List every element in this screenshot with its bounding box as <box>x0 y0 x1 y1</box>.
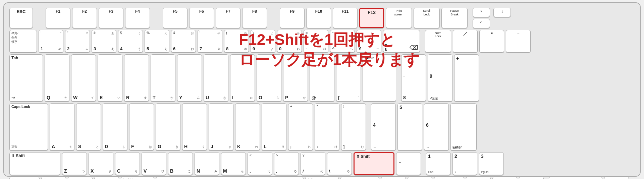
m-key[interactable]: Mも <box>221 152 246 175</box>
pause-break-key[interactable]: PauseBreak <box>441 8 468 28</box>
app-key[interactable]: ☰ <box>408 177 432 179</box>
up-arrow-key[interactable]: ↑ <box>396 152 421 175</box>
numpad-1[interactable]: 1 End <box>426 152 451 175</box>
numpad-5[interactable]: 5 <box>397 103 422 151</box>
f10-key[interactable]: F10 <box>306 8 331 28</box>
backspace-key[interactable]: Pk ⌫ <box>383 30 420 53</box>
f9-key[interactable]: F9 <box>280 8 305 28</box>
right-ctrl-key[interactable]: Ctrl <box>434 177 464 179</box>
muhenkan-key[interactable]: 無変換 <box>121 177 154 179</box>
f4-key[interactable]: F4 <box>125 8 150 28</box>
numpad-8[interactable]: 9 PgUp <box>428 54 452 102</box>
f12-key[interactable]: F12 <box>359 8 384 28</box>
slash-key[interactable]: ? /め <box>301 152 325 175</box>
o-key[interactable]: Oら <box>257 54 281 102</box>
8-key[interactable]: (ゆ 8ゆ <box>224 30 249 53</box>
s-key[interactable]: Sと <box>76 103 101 151</box>
semicolon-key[interactable]: + ;れ <box>288 103 313 151</box>
k-key[interactable]: Kの <box>235 103 260 151</box>
7-key[interactable]: 'や 7や <box>198 30 222 53</box>
y-key[interactable]: Yん <box>177 54 202 102</box>
6-key[interactable]: &お 6お <box>171 30 196 53</box>
henkan-key[interactable]: 変換 <box>305 177 339 179</box>
left-alt-key[interactable]: Alt <box>94 177 119 179</box>
p-key[interactable]: Pせ <box>283 54 308 102</box>
left-ctrl-key[interactable]: Ctrl <box>9 177 40 179</box>
j-key[interactable]: Jま <box>209 103 233 151</box>
t-key[interactable]: Tか <box>151 54 175 102</box>
backslash-key[interactable]: _ \ろ <box>327 152 352 175</box>
z-key[interactable]: Zつ <box>62 152 87 175</box>
b-key[interactable]: Bこ <box>168 152 193 175</box>
caret-key[interactable]: ~ ^へ <box>330 30 355 53</box>
numpad-3[interactable]: 3 PgDn <box>479 152 504 175</box>
f1-key[interactable]: F1 <box>46 8 70 28</box>
print-screen-key[interactable]: Printscreen <box>386 8 412 28</box>
numpad-9[interactable]: + <box>454 54 479 102</box>
minus-key[interactable]: = -ほ <box>304 30 328 53</box>
left-shift-key[interactable]: ⇧ Shift <box>9 152 60 175</box>
2-key[interactable]: "# 2ふ <box>65 30 90 53</box>
a-key[interactable]: Aち <box>50 103 74 151</box>
9-key[interactable]: )よ 9よ <box>251 30 275 53</box>
numpad-minus[interactable]: － <box>506 30 531 53</box>
numpad-dot[interactable]: . PgDn <box>604 177 629 179</box>
numpad-enter[interactable]: Enter <box>450 103 477 151</box>
comma-key[interactable]: < ,ね <box>248 152 272 175</box>
numpad-asterisk[interactable]: ＊ <box>479 30 504 53</box>
0-key[interactable]: を 0わ <box>277 30 302 53</box>
esc-key[interactable]: ESC <box>9 8 33 28</box>
5-key[interactable]: %え 5え <box>145 30 169 53</box>
open-bracket-key[interactable]: 「 [゜ <box>336 54 361 102</box>
f-key[interactable]: Fは <box>129 103 154 151</box>
u-key[interactable]: Uな <box>204 54 228 102</box>
f3-key[interactable]: F3 <box>99 8 123 28</box>
left-arrow-key[interactable]: ← <box>466 177 491 179</box>
x-key[interactable]: Xさ <box>89 152 113 175</box>
r-key[interactable]: Rす <box>124 54 149 102</box>
q-key[interactable]: Qた <box>45 54 69 102</box>
f5-key[interactable]: F5 <box>163 8 187 28</box>
d-key[interactable]: Dし <box>103 103 127 151</box>
c-key[interactable]: Cそ <box>115 152 140 175</box>
space-key[interactable] <box>156 177 304 179</box>
f2-key[interactable]: F2 <box>72 8 97 28</box>
l-key[interactable]: Lり <box>262 103 286 151</box>
at-key[interactable]: ` @゛ <box>310 54 334 102</box>
numlock-key[interactable]: NumLock <box>425 30 451 53</box>
right-arrow-key[interactable]: → <box>519 177 544 179</box>
period-key[interactable]: > .る <box>274 152 299 175</box>
f8-key[interactable]: F8 <box>242 8 267 28</box>
hankaku-key[interactable]: 半角/全角漢字 <box>9 30 37 53</box>
f11-key[interactable]: F11 <box>333 8 358 28</box>
katakana-key[interactable]: カタカナひらがなローマ字 <box>340 177 379 179</box>
fn-key[interactable]: Fn <box>41 177 66 179</box>
f6-key[interactable]: F6 <box>189 8 214 28</box>
numpad-6[interactable]: 6 → <box>424 103 449 151</box>
4-key[interactable]: $う 4う <box>118 30 143 53</box>
numpad-2[interactable]: 2 ↓ <box>452 152 477 175</box>
numpad-4[interactable]: 4 ← <box>371 103 396 151</box>
caps-lock-key[interactable]: Caps Lock 英数 <box>9 103 48 151</box>
enter-key[interactable]: Enter <box>363 54 396 102</box>
w-key[interactable]: Wて <box>71 54 96 102</box>
3-key[interactable]: #あ 3あ <box>92 30 116 53</box>
g-key[interactable]: Gき <box>156 103 180 151</box>
numpad-7[interactable]: 7 ↑ 8 <box>401 54 426 102</box>
yen-key[interactable]: | ¥ー <box>357 30 381 53</box>
down-arrow-key[interactable]: ↓ <box>492 177 517 179</box>
i-key[interactable]: Iに <box>230 54 255 102</box>
n-key[interactable]: Nみ <box>195 152 219 175</box>
e-key[interactable]: Eい <box>98 54 122 102</box>
1-key[interactable]: !" 1ぬ <box>39 30 63 53</box>
right-alt-key[interactable]: Alt <box>381 177 406 179</box>
close-bracket-key[interactable]: } ]む <box>341 103 366 151</box>
numpad-slash[interactable]: ／ <box>453 30 478 53</box>
f7-key[interactable]: F7 <box>216 8 240 28</box>
tab-key[interactable]: Tab ⇥ <box>9 54 43 102</box>
numpad-0[interactable]: 0 Ins <box>549 177 602 179</box>
v-key[interactable]: Vひ <box>142 152 166 175</box>
h-key[interactable]: Hく <box>182 103 207 151</box>
colon-key[interactable]: * :け <box>315 103 339 151</box>
right-shift-key[interactable]: ⇧ Shift <box>354 152 394 175</box>
